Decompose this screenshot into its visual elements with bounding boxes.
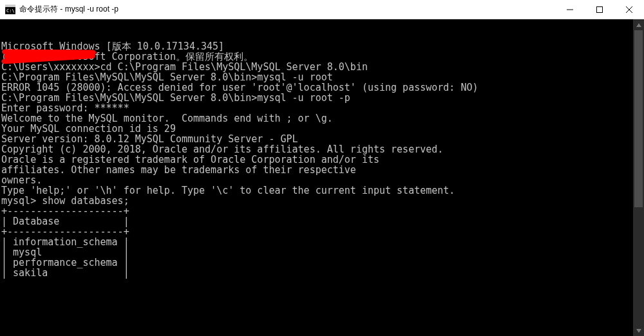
svg-rect-4: [597, 6, 603, 12]
terminal-line: | Database |: [1, 216, 644, 227]
terminal-line: Enter password: ******: [1, 103, 644, 113]
terminal-line: C:\Program Files\MySQL\MySQL Server 8.0\…: [1, 72, 644, 82]
svg-text:C:\: C:\: [6, 8, 15, 14]
svg-marker-8: [636, 329, 641, 333]
redaction-mark: [4, 50, 94, 61]
terminal-line: | performance_schema |: [1, 257, 644, 268]
close-button[interactable]: [614, 0, 644, 19]
window-title: 命令提示符 - mysql -u root -p: [19, 4, 118, 15]
terminal-line: Copyright (c) 2000, 2018, Oracle and/or …: [1, 144, 644, 154]
terminal-line: Server version: 8.0.12 MySQL Community S…: [1, 134, 644, 144]
scrollbar-track[interactable]: [633, 30, 644, 325]
titlebar[interactable]: C:\ 命令提示符 - mysql -u root -p: [0, 0, 644, 19]
terminal-line: owners.: [1, 175, 644, 185]
terminal-line: (c) 2018 Microsoft Corporation。保留所有权利。: [1, 51, 644, 62]
vertical-scrollbar[interactable]: [633, 19, 644, 336]
terminal-output[interactable]: Microsoft Windows [版本 10.0.17134.345](c)…: [0, 19, 644, 336]
window-controls: [555, 0, 644, 19]
svg-rect-1: [5, 5, 15, 7]
scrollbar-thumb[interactable]: [634, 30, 643, 207]
terminal-line: Welcome to the MySQL monitor. Commands e…: [1, 113, 644, 124]
cmd-app-icon: C:\: [5, 5, 15, 15]
terminal-line: Your MySQL connection id is 29: [1, 124, 644, 134]
terminal-line: Type 'help;' or '\h' for help. Type '\c'…: [1, 185, 644, 196]
terminal-line: +--------------------+: [1, 206, 644, 216]
titlebar-left: C:\ 命令提示符 - mysql -u root -p: [0, 4, 555, 15]
scroll-up-button[interactable]: [633, 19, 644, 30]
terminal-line: Microsoft Windows [版本 10.0.17134.345]: [1, 41, 644, 51]
terminal-line: +--------------------+: [1, 227, 644, 237]
minimize-button[interactable]: [555, 0, 585, 19]
terminal-line: | information_schema |: [1, 237, 644, 247]
terminal-line: affiliates. Other names may be trademark…: [1, 165, 644, 175]
terminal-line: | mysql |: [1, 247, 644, 257]
svg-marker-7: [636, 23, 641, 27]
scroll-down-button[interactable]: [633, 325, 644, 336]
command-prompt-window: C:\ 命令提示符 - mysql -u root -p Microsoft W…: [0, 0, 644, 336]
terminal-line: ERROR 1045 (28000): Access denied for us…: [1, 82, 644, 93]
terminal-line: Oracle is a registered trademark of Orac…: [1, 154, 644, 165]
maximize-button[interactable]: [585, 0, 614, 19]
terminal-line: | sakila |: [1, 268, 644, 278]
terminal-line: C:\Users\xxxxxxx>cd C:\Program Files\MyS…: [1, 62, 644, 72]
terminal-line: mysql> show databases;: [1, 196, 644, 206]
terminal-line: C:\Program Files\MySQL\MySQL Server 8.0\…: [1, 93, 644, 103]
